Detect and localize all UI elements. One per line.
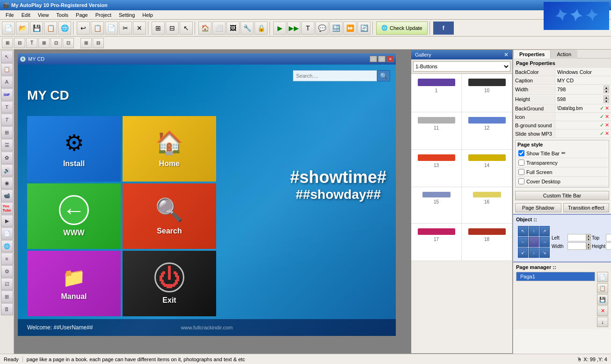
menu-page[interactable]: Page bbox=[72, 12, 92, 18]
obj-left-input[interactable] bbox=[567, 234, 586, 241]
gallery-type-dropdown[interactable]: 1-Buttons 2-Backgrounds 3-Icons 4-Fonts bbox=[413, 61, 510, 72]
gallery-item-15[interactable]: 15 bbox=[411, 187, 462, 224]
sidebar-btn9[interactable]: ✿ bbox=[1, 152, 13, 164]
sidebar-btn10[interactable]: 🔊 bbox=[1, 164, 13, 176]
width-spin-down[interactable]: ▼ bbox=[604, 89, 609, 93]
transition-effect-button[interactable]: Transition effect bbox=[563, 203, 610, 212]
tb-saveas-button[interactable]: 📋 bbox=[44, 22, 57, 35]
transparency-checkbox[interactable] bbox=[518, 160, 524, 166]
gallery-item-16[interactable]: 16 bbox=[462, 187, 512, 224]
full-screen-checkbox[interactable] bbox=[518, 169, 524, 175]
menu-setting[interactable]: Setting bbox=[115, 12, 138, 18]
nav-arrow-center[interactable]: · bbox=[529, 237, 539, 247]
menu-edit[interactable]: Edit bbox=[18, 12, 34, 18]
menu-view[interactable]: View bbox=[34, 12, 53, 18]
menu-file[interactable]: File bbox=[2, 12, 18, 18]
custom-title-bar-button[interactable]: Custom Title Bar bbox=[515, 191, 609, 200]
search-button[interactable]: 🔍 Search bbox=[123, 183, 216, 249]
tb-square-button[interactable]: ⬜ bbox=[212, 22, 225, 35]
sidebar-select[interactable]: ↖ bbox=[1, 51, 13, 63]
sidebar-gif[interactable]: GIF bbox=[1, 88, 13, 101]
nav-arrow-right[interactable]: → bbox=[539, 237, 550, 247]
tb-forward-button[interactable]: ⏩ bbox=[343, 22, 356, 35]
sidebar-btn17[interactable]: ≡ bbox=[1, 253, 13, 265]
tb-ungroup-button[interactable]: ⊟ bbox=[166, 22, 179, 35]
tb2-distribute-h[interactable]: ⊡ bbox=[51, 38, 62, 48]
page-shadow-button[interactable]: Page Shadow bbox=[515, 203, 561, 212]
sidebar-btn18[interactable]: ⚙ bbox=[1, 265, 13, 277]
obj-height-input[interactable] bbox=[606, 242, 611, 250]
tab-action[interactable]: Action bbox=[551, 50, 577, 58]
sidebar-btn12[interactable]: 📹 bbox=[1, 189, 13, 202]
gallery-item-10[interactable]: 10 bbox=[462, 74, 512, 112]
nav-arrow-up[interactable]: ↑ bbox=[529, 226, 539, 236]
tb-globe-button[interactable]: 🌐 bbox=[58, 22, 71, 35]
gallery-item-17[interactable]: 17 bbox=[411, 224, 462, 261]
tb2-snap-toggle[interactable]: ⊟ bbox=[93, 38, 104, 48]
tb-home-button[interactable]: 🏠 bbox=[198, 22, 211, 35]
show-title-bar-checkbox[interactable] bbox=[518, 150, 524, 156]
obj-width-up[interactable]: ▲ bbox=[586, 242, 591, 246]
check-update-button[interactable]: 🌐 Check Update bbox=[376, 22, 428, 35]
tb2-align-top[interactable]: T bbox=[26, 38, 37, 48]
obj-width-input[interactable] bbox=[567, 242, 586, 250]
gallery-item-11[interactable]: 11 bbox=[411, 112, 462, 150]
www-button[interactable]: ← WWW bbox=[27, 183, 121, 249]
sidebar-btn20[interactable]: ⊞ bbox=[1, 291, 13, 303]
sidebar-btn21[interactable]: 🗓 bbox=[1, 303, 13, 315]
sidebar-btn7[interactable]: ⊞ bbox=[1, 126, 13, 138]
tb2-align-left[interactable]: ⊞ bbox=[2, 38, 13, 48]
sidebar-btn2[interactable]: 📋 bbox=[1, 63, 13, 75]
menu-help[interactable]: Help bbox=[138, 12, 157, 18]
canvas-search-button[interactable]: 🔍 bbox=[377, 70, 390, 81]
nav-arrow-left[interactable]: ← bbox=[518, 237, 528, 247]
gallery-close-button[interactable]: ✕ bbox=[504, 51, 509, 58]
sidebar-btn13[interactable]: YouTube bbox=[1, 202, 13, 214]
bgsound-x-icon[interactable]: ✕ bbox=[605, 122, 609, 128]
tb-copy-button[interactable]: 📋 bbox=[91, 22, 104, 35]
tb-back-button[interactable]: 🔙 bbox=[329, 22, 342, 35]
nav-arrow-down[interactable]: ↓ bbox=[529, 248, 539, 258]
gallery-item-13[interactable]: 13 bbox=[411, 150, 462, 187]
gallery-item-12[interactable]: 12 bbox=[462, 112, 512, 150]
canvas-search-input[interactable] bbox=[293, 70, 377, 81]
nav-arrow-bottomleft[interactable]: ↙ bbox=[518, 248, 528, 258]
obj-width-down[interactable]: ▼ bbox=[586, 246, 591, 250]
tb2-grid-toggle[interactable]: ⊞ bbox=[80, 38, 92, 48]
tb2-distribute-v[interactable]: ⊡ bbox=[63, 38, 74, 48]
tb-open-button[interactable]: 📂 bbox=[16, 22, 29, 35]
tb-play-button[interactable]: ▶ bbox=[273, 22, 286, 35]
tb-image-button[interactable]: 🖼 bbox=[226, 22, 240, 35]
tb-speech-button[interactable]: 💬 bbox=[315, 22, 328, 35]
tb2-align-right[interactable]: ⊟ bbox=[14, 38, 25, 48]
install-button[interactable]: ⚙ Install bbox=[27, 116, 121, 182]
height-spin-up[interactable]: ▲ bbox=[604, 95, 609, 99]
gallery-item-18[interactable]: 18 bbox=[462, 224, 512, 261]
gallery-item-14[interactable]: 14 bbox=[462, 150, 512, 187]
pm-add-button[interactable]: 📄 bbox=[597, 272, 608, 282]
slideshow-check-icon[interactable]: ✓ bbox=[600, 131, 604, 137]
inner-maximize-button[interactable]: □ bbox=[378, 56, 386, 62]
sidebar-btn16[interactable]: 🌐 bbox=[1, 240, 13, 252]
sidebar-btn8[interactable]: ☰ bbox=[1, 139, 13, 151]
tb-group-button[interactable]: ⊞ bbox=[152, 22, 165, 35]
gallery-item-1[interactable]: 1 bbox=[411, 74, 462, 112]
tb-lock-button[interactable]: 🔒 bbox=[255, 22, 268, 35]
tb-cut-button[interactable]: ✂ bbox=[119, 22, 132, 35]
tb-refresh-button[interactable]: 🔄 bbox=[357, 22, 371, 35]
tb-delete-button[interactable]: ✕ bbox=[133, 22, 146, 35]
menu-project[interactable]: Project bbox=[92, 12, 115, 18]
obj-left-up[interactable]: ▲ bbox=[586, 234, 591, 238]
inner-minimize-button[interactable]: ─ bbox=[370, 56, 377, 62]
pm-save-button[interactable]: 💾 bbox=[597, 294, 608, 305]
sidebar-text2[interactable]: T bbox=[1, 114, 13, 126]
manual-button[interactable]: 📁 Manual bbox=[27, 251, 121, 316]
facebook-button[interactable]: f bbox=[433, 22, 454, 35]
inner-close-button[interactable]: ✕ bbox=[386, 56, 394, 62]
nav-arrow-topleft[interactable]: ↖ bbox=[518, 226, 528, 236]
page-item-1[interactable]: Paga1 bbox=[516, 272, 595, 281]
home-button[interactable]: 🏠 Home bbox=[123, 116, 216, 182]
nav-arrow-topright[interactable]: ↗ bbox=[539, 226, 550, 236]
bgsound-check-icon[interactable]: ✓ bbox=[600, 122, 604, 128]
sidebar-btn11[interactable]: ◉ bbox=[1, 177, 13, 189]
